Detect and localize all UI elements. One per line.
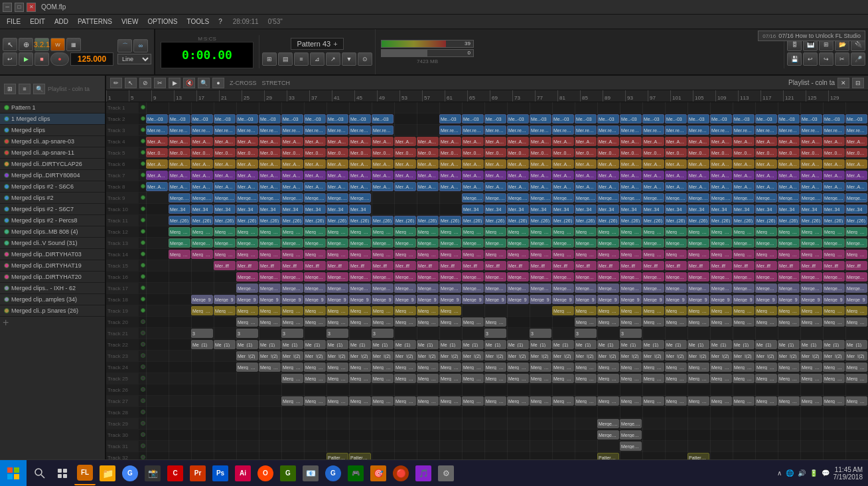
clip-t8-p26[interactable]: Mer..AT20: [733, 182, 755, 191]
clip-t19-p7[interactable]: Merg_001: [304, 306, 326, 315]
close-button[interactable]: ✕: [27, 3, 36, 12]
clip-t27-p16[interactable]: Merg_onic: [507, 396, 529, 406]
clip-t2-p18[interactable]: Me..-03: [552, 114, 574, 123]
clip-t9-p2[interactable]: Merge..62: [191, 193, 213, 202]
clip-t14-p3[interactable]: Merg_G00: [214, 250, 236, 259]
clip-t12-p6[interactable]: Merg_AS: [281, 227, 303, 236]
clip-t5-p29[interactable]: Mer..0804: [800, 148, 822, 157]
clip-t5-p4[interactable]: Mer..0804: [236, 148, 258, 157]
clip-t12-p15[interactable]: Merg_AS: [484, 227, 506, 236]
clip-t10-p9[interactable]: Mer..34: [349, 204, 371, 214]
clip-t4-p23[interactable]: Mer..AP26: [665, 137, 687, 146]
track-row-3[interactable]: Track 3Mer.re-11Mer.re-11Mer.re-11Mer.re…: [106, 125, 868, 136]
clip-t6-p2[interactable]: Mer..AT03: [191, 159, 213, 169]
track-row-24[interactable]: Track 24Merg_ksnMerg_ksnMerg_ksnMerg_ksn…: [106, 362, 868, 373]
clip-t13-p23[interactable]: Merge_(LD: [665, 238, 687, 248]
clip-t21-p21[interactable]: 3: [620, 329, 642, 338]
clip-t8-p23[interactable]: Mer..AT20: [665, 182, 687, 191]
clip-t25-p9[interactable]: Merg_BPM: [349, 374, 371, 383]
clip-t18-p28[interactable]: Merge_9: [778, 295, 800, 304]
clip-t23-p5[interactable]: Mer_!(2): [259, 351, 281, 361]
clip-t3-p21[interactable]: Mer.re-11: [620, 125, 642, 135]
clip-t14-p4[interactable]: Merg_G00: [236, 250, 258, 259]
clip-t11-p1[interactable]: Mer..(26): [169, 216, 190, 225]
clip-t6-p3[interactable]: Mer..AT03: [214, 159, 236, 169]
clip-t6-p27[interactable]: Mer..AT03: [755, 159, 777, 169]
clip-t27-p27[interactable]: Merg_onic: [755, 396, 777, 406]
track-row-31[interactable]: Track 31Merge_5#2: [106, 441, 868, 452]
clip-t27-p30[interactable]: Merg_onic: [823, 396, 845, 406]
clip-t12-p22[interactable]: Merg_AS: [642, 227, 664, 236]
clip-t27-p31[interactable]: Merg_onic: [845, 396, 867, 406]
clip-t17-p21[interactable]: Merge_Hit: [620, 284, 642, 293]
track-item-2[interactable]: 1 Merged clips: [0, 114, 105, 125]
clip-t9-p14[interactable]: Merge..62: [462, 193, 484, 202]
clip-t3-p25[interactable]: Mer.re-11: [710, 125, 732, 135]
clip-t17-p9[interactable]: Merge_Hit: [349, 284, 371, 293]
clip-t15-p8[interactable]: Mer..iff: [326, 261, 348, 270]
clip-t32-p20[interactable]: Pattern 42: [597, 453, 619, 459]
clip-t10-p31[interactable]: Mer..34: [845, 204, 867, 214]
clip-t15-p4[interactable]: Mer..iff: [236, 261, 258, 270]
clip-t17-p5[interactable]: Merge_Hit: [259, 284, 281, 293]
pattern-tool-5[interactable]: ↗: [326, 52, 340, 66]
clip-t20-p11[interactable]: Merg_s(1): [394, 317, 416, 327]
clip-t7-p22[interactable]: Mer..AT19: [642, 171, 664, 180]
track-row-15[interactable]: Track 15Mer..iffMer..iffMer..iffMer..iff…: [106, 260, 868, 272]
clip-t23-p18[interactable]: Mer_!(2): [552, 351, 574, 361]
clip-t10-p28[interactable]: Mer..34: [778, 204, 800, 214]
clip-t7-p9[interactable]: Mer..AT19: [349, 171, 371, 180]
track-row-19[interactable]: Track 19Merg_001Merg_001Merg_001Merg_001…: [106, 305, 868, 317]
taskbar-app-12[interactable]: 🔴: [390, 461, 411, 485]
clip-t18-p20[interactable]: Merge_9: [597, 295, 619, 304]
clip-t22-p18[interactable]: Me_(1): [552, 340, 574, 349]
clip-t24-p13[interactable]: Merg_ksn: [439, 363, 461, 372]
clip-t23-p11[interactable]: Mer_!(2): [394, 351, 416, 361]
clip-t22-p9[interactable]: Me_(1): [349, 340, 371, 349]
clip-t15-p21[interactable]: Mer..iff: [620, 261, 642, 270]
clip-t9-p26[interactable]: Merge..62: [733, 193, 755, 202]
clip-t12-p14[interactable]: Merg_AS: [462, 227, 484, 236]
clip-t4-p11[interactable]: Mer..AP26: [394, 137, 416, 146]
clip-t2-p26[interactable]: Me..-03: [733, 114, 755, 123]
clip-t17-p18[interactable]: Merge_Hit: [552, 284, 574, 293]
clip-t10-p23[interactable]: Mer..34: [665, 204, 687, 214]
clip-t22-p28[interactable]: Me_(1): [778, 340, 800, 349]
clip-t4-p25[interactable]: Mer..AP26: [710, 137, 732, 146]
clip-t22-p25[interactable]: Me_(1): [710, 340, 732, 349]
clip-t15-p23[interactable]: Mer..iff: [665, 261, 687, 270]
clip-t25-p13[interactable]: Merg_BPM: [439, 374, 461, 383]
clip-t20-p5[interactable]: Merg_s(1): [259, 317, 281, 327]
clip-t15-p9[interactable]: Mer..iff: [349, 261, 371, 270]
clip-t4-p24[interactable]: Mer..AP26: [687, 137, 709, 146]
clip-t6-p13[interactable]: Mer..AT03: [439, 159, 461, 169]
clip-t2-p8[interactable]: Me..-03: [326, 114, 348, 123]
track-item-17[interactable]: Merged clips.. - IXH - 62: [0, 283, 105, 294]
clip-t22-p16[interactable]: Me_(1): [507, 340, 529, 349]
clip-t16-p8[interactable]: Merge_f#2: [326, 272, 348, 282]
clip-t16-p9[interactable]: Merge_f#2: [349, 272, 371, 282]
clip-t7-p13[interactable]: Mer..AT19: [439, 171, 461, 180]
clip-t30-p21[interactable]: Merge_s#2: [620, 430, 642, 440]
clip-t20-p19[interactable]: Merg_s(1): [575, 317, 597, 327]
clip-t4-p9[interactable]: Mer..AP26: [349, 137, 371, 146]
clip-t27-p7[interactable]: Merg_onic: [304, 396, 326, 406]
clip-t12-p1[interactable]: Merg_AS: [169, 227, 190, 236]
clip-t7-p18[interactable]: Mer..AT19: [552, 171, 574, 180]
clip-t20-p6[interactable]: Merg_s(1): [281, 317, 303, 327]
track-row-23[interactable]: Track 23Mer_!(2)Mer_!(2)Mer_!(2)Mer_!(2)…: [106, 351, 868, 362]
toolbar-cut[interactable]: ✂: [835, 52, 849, 66]
clip-t2-p1[interactable]: Me..-03: [169, 114, 190, 123]
clip-t16-p12[interactable]: Merge_f#2: [417, 272, 439, 282]
clip-t17-p16[interactable]: Merge_Hit: [507, 284, 529, 293]
clip-t12-p16[interactable]: Merg_AS: [507, 227, 529, 236]
clip-t11-p19[interactable]: Mer..(26): [575, 216, 597, 225]
clip-t3-p31[interactable]: Mer.re-11: [845, 125, 867, 135]
clip-t8-p11[interactable]: Mer..AT20: [394, 182, 416, 191]
clip-t8-p24[interactable]: Mer..AT20: [687, 182, 709, 191]
clip-t4-p20[interactable]: Mer..AP26: [597, 137, 619, 146]
clip-t15-p3[interactable]: Mer..iff: [214, 261, 236, 270]
clip-t16-p20[interactable]: Merge_f#2: [597, 272, 619, 282]
clip-t16-p21[interactable]: Merge_f#2: [620, 272, 642, 282]
clip-t7-p1[interactable]: Mer..AT19: [169, 171, 190, 180]
